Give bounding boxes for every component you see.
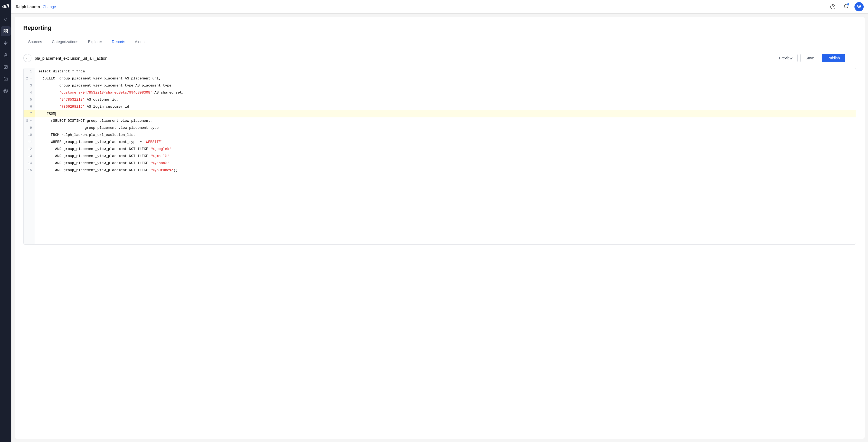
table-row: 4 'customers/9478532218/sharedSets/99463… — [24, 89, 856, 96]
table-row: 12 AND group_placement_view_placement NO… — [24, 146, 856, 153]
table-row — [24, 223, 856, 230]
back-button[interactable]: ← — [23, 54, 31, 62]
sidebar-icon-emoji[interactable]: ☺ — [1, 14, 10, 24]
tab-alerts[interactable]: Alerts — [130, 37, 150, 47]
tabs: Sources Categorizations Explorer Reports… — [23, 37, 856, 47]
code-lines: 1 select distinct * from 2 ▾ (SELECT gro… — [24, 68, 856, 244]
table-row: 6 '7866298216' AS login_customer_id — [24, 103, 856, 110]
publish-button[interactable]: Publish — [822, 54, 845, 62]
main-container: Ralph Lauren Change W Reporting Sources … — [11, 0, 868, 442]
svg-point-11 — [5, 91, 6, 91]
svg-point-10 — [5, 90, 7, 92]
client-name: Ralph Lauren — [16, 5, 40, 9]
save-button[interactable]: Save — [800, 54, 819, 62]
table-row: 13 AND group_placement_view_placement NO… — [24, 153, 856, 160]
table-row — [24, 195, 856, 202]
logo: alli — [2, 3, 9, 9]
page-title: Reporting — [23, 24, 856, 31]
report-name: pla_placement_exclusion_url_alli_action — [35, 56, 107, 60]
table-row: 2 ▾ (SELECT group_placement_view_placeme… — [24, 75, 856, 82]
sidebar-icon-target[interactable] — [1, 86, 10, 96]
svg-marker-4 — [4, 41, 7, 45]
more-options-icon[interactable]: ⋮ — [848, 54, 856, 62]
tab-explorer[interactable]: Explorer — [83, 37, 107, 47]
table-row: 1 select distinct * from — [24, 68, 856, 75]
preview-button[interactable]: Preview — [774, 54, 798, 62]
sidebar: alli ☺ — [0, 0, 11, 442]
topbar: Ralph Lauren Change W — [11, 0, 868, 13]
svg-rect-2 — [4, 32, 5, 33]
sidebar-icon-person[interactable] — [1, 50, 10, 60]
table-row — [24, 181, 856, 188]
svg-rect-1 — [6, 29, 8, 31]
page-content: Reporting Sources Categorizations Explor… — [14, 17, 865, 439]
report-header: ← pla_placement_exclusion_url_alli_actio… — [23, 54, 856, 62]
tab-sources[interactable]: Sources — [23, 37, 47, 47]
table-row: 7 FROM — [24, 110, 856, 117]
tab-categorizations[interactable]: Categorizations — [47, 37, 83, 47]
svg-rect-0 — [4, 29, 5, 31]
sidebar-icon-bag[interactable] — [1, 74, 10, 84]
sidebar-icon-image[interactable] — [1, 62, 10, 72]
notifications-icon[interactable] — [841, 2, 850, 11]
table-row — [24, 230, 856, 237]
table-row — [24, 237, 856, 244]
table-row: 10 FROM ralph_lauren.pla_url_exclusion_l… — [24, 131, 856, 139]
table-row: 15 AND group_placement_view_placement NO… — [24, 167, 856, 174]
table-row — [24, 216, 856, 223]
table-row: 3 group_placement_view_placement_type AS… — [24, 82, 856, 89]
svg-point-7 — [5, 66, 5, 67]
svg-rect-3 — [6, 32, 8, 33]
table-row: 9 group_placement_view_placement_type — [24, 124, 856, 131]
help-icon[interactable] — [829, 2, 837, 11]
table-row: 14 AND group_placement_view_placement NO… — [24, 160, 856, 167]
tab-reports[interactable]: Reports — [107, 37, 130, 47]
report-actions: Preview Save Publish ⋮ — [774, 54, 856, 62]
table-row — [24, 188, 856, 195]
table-row: 11 WHERE group_placement_view_placement_… — [24, 139, 856, 146]
table-row — [24, 174, 856, 181]
user-avatar[interactable]: W — [855, 2, 864, 11]
change-link[interactable]: Change — [42, 5, 56, 9]
table-row: 5 '9478532218' AS customer_id, — [24, 96, 856, 103]
table-row: 8 ▾ (SELECT DISTINCT group_placement_vie… — [24, 117, 856, 124]
table-row — [24, 202, 856, 209]
code-editor[interactable]: 1 select distinct * from 2 ▾ (SELECT gro… — [23, 68, 856, 244]
svg-point-5 — [5, 53, 6, 55]
table-row — [24, 209, 856, 216]
sidebar-icon-lightning[interactable] — [1, 38, 10, 48]
sidebar-icon-chart[interactable] — [1, 26, 10, 36]
topbar-right: W — [829, 2, 864, 11]
